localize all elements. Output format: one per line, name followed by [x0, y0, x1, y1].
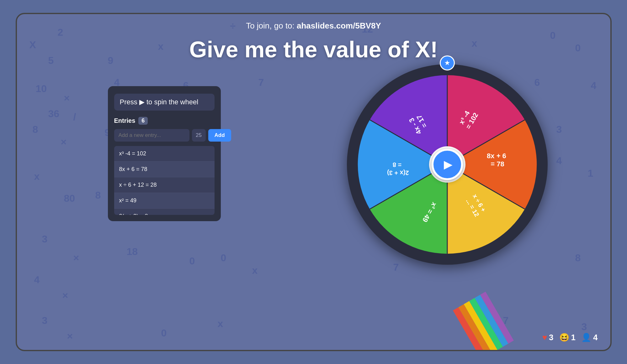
wheel-spin-button[interactable] [432, 149, 463, 180]
entries-row: Entries 6 [114, 117, 215, 125]
new-entry-input[interactable] [114, 129, 189, 142]
bg-math-symbol: / [73, 111, 76, 123]
users-icon: 👤 [581, 333, 591, 342]
entry-char-count: 25 [192, 129, 206, 142]
spin-label-text: Press ▶ to spin the wheel [120, 98, 199, 106]
bg-math-symbol: 3 [42, 315, 48, 326]
bg-math-symbol: 8 [575, 252, 581, 264]
bg-math-symbol: 0 [161, 327, 167, 339]
list-item: 2(x + 3) = 8 [114, 209, 215, 215]
bg-math-symbol: 0 [221, 252, 226, 264]
entries-panel: Press ▶ to spin the wheel Entries 6 25 A… [108, 86, 221, 221]
list-item: x² = 49 [114, 193, 215, 209]
bg-math-symbol: 80 [64, 193, 75, 204]
wheel-outer-ring: ★ [347, 64, 548, 265]
input-row: 25 Add [114, 129, 215, 142]
bg-math-symbol: 3 [556, 124, 562, 135]
bg-math-symbol: 8 [95, 190, 101, 201]
main-screen: 2÷120X59xx010×4672648×91336/x80830×410x3… [16, 13, 612, 351]
heart-icon: ♥ [542, 333, 547, 342]
pin-star-icon: ★ [444, 59, 450, 67]
add-entry-button[interactable]: Add [208, 129, 231, 142]
spin-label: Press ▶ to spin the wheel [114, 94, 215, 111]
bg-math-symbol: 18 [127, 246, 138, 257]
bg-math-symbol: 4 [556, 155, 562, 167]
bg-math-symbol: 36 [48, 108, 60, 120]
bg-math-symbol: 1 [588, 168, 593, 179]
rainbow-decoration [453, 292, 514, 351]
join-url: ahaslides.com/5BV8Y [297, 21, 381, 30]
bg-math-symbol: 10 [36, 83, 47, 95]
join-text: To join, go to: [246, 21, 297, 30]
bg-math-symbol: 4 [591, 80, 597, 91]
users-value: 4 [593, 333, 598, 342]
bg-math-symbol: x [252, 265, 258, 276]
bg-math-symbol: 3 [582, 321, 587, 333]
wheel-pin: ★ [439, 55, 455, 72]
entries-list[interactable]: x³ -4 = 1028x + 6 = 78x ÷ 6 + 12 = 28x² … [114, 146, 215, 215]
bg-math-symbol: × [62, 290, 68, 301]
top-bar: To join, go to: ahaslides.com/5BV8Y [17, 14, 610, 34]
hearts-value: 3 [549, 333, 553, 342]
bg-math-symbol: × [73, 252, 79, 264]
wheel-container: ★ [347, 64, 548, 265]
entries-count-badge: 6 [138, 117, 148, 125]
main-title: Give me the value of X! [17, 37, 610, 62]
hearts-count: ♥ 3 [542, 333, 554, 342]
pin-circle: ★ [440, 55, 455, 70]
laugh-icon: 😆 [559, 333, 569, 342]
list-item: x³ -4 = 102 [114, 146, 215, 162]
bg-math-symbol: × [64, 92, 70, 104]
bg-math-symbol: x [34, 171, 40, 182]
bg-math-symbol: 8 [33, 124, 38, 135]
entries-label: Entries [114, 117, 135, 124]
bg-math-symbol: 0 [189, 255, 195, 267]
list-item: x ÷ 6 + 12 = 28 [114, 177, 215, 193]
bg-math-symbol: x [218, 318, 223, 330]
status-bar: ♥ 3 😆 1 👤 4 [542, 333, 598, 342]
users-count: 👤 4 [581, 333, 598, 342]
bg-math-symbol: × [67, 330, 73, 342]
bg-math-symbol: 7 [258, 77, 264, 88]
bg-math-symbol: 3 [42, 233, 48, 245]
laughs-count: 😆 1 [559, 333, 576, 342]
bg-math-symbol: × [61, 136, 67, 148]
bg-math-symbol: 4 [34, 274, 40, 286]
laughs-value: 1 [571, 333, 576, 342]
list-item: 8x + 6 = 78 [114, 162, 215, 177]
